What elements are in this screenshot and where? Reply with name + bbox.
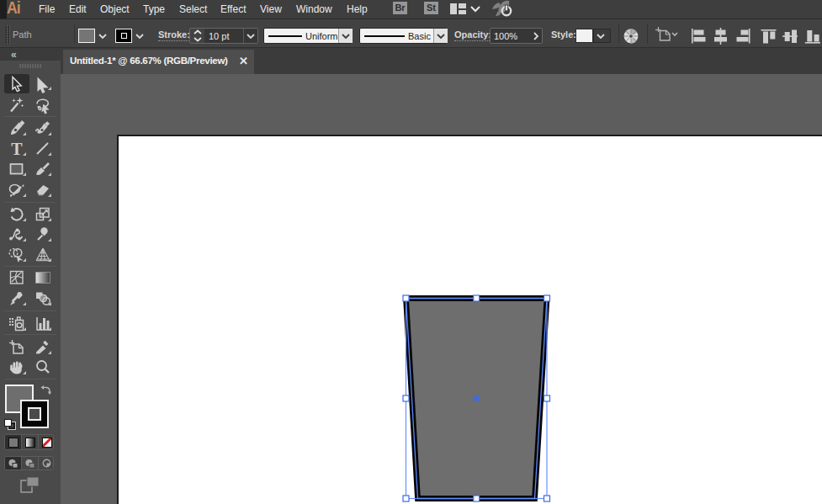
svg-text:T: T	[11, 140, 23, 158]
